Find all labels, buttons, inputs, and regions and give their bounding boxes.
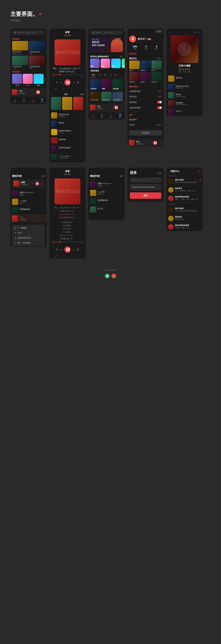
more-icon[interactable]: ⋮: [82, 114, 84, 116]
progress-dot[interactable]: [59, 74, 61, 75]
menu-item-phone[interactable]: 手机号 已绑定 ›: [127, 122, 164, 128]
notif-item-3[interactable]: 南瓜环球音乐首演 首曲一一首第一一首(一首曲一首): [167, 194, 203, 203]
menu-item-back[interactable]: 返回歌单歌曲: [127, 105, 164, 110]
progress-bar-container[interactable]: 1:08 4:46: [49, 73, 86, 78]
email-input[interactable]: [130, 178, 161, 183]
prev-button[interactable]: ‹: [31, 90, 34, 94]
share-icon-2[interactable]: ↑: [71, 255, 72, 258]
list-item[interactable]: 我喜欢的音乐 K歌选择《人物》: [12, 41, 28, 55]
repeat-button[interactable]: ↻: [56, 81, 58, 84]
list-item[interactable]: 简历残染赤花 ... ♡ ⋮: [88, 197, 125, 205]
nav-item-discover[interactable]: ♪ 发现: [13, 98, 16, 103]
nav-item-music[interactable]: ♩ 音乐: [32, 98, 34, 103]
list-item[interactable]: 西方 西方流行(新歌): [90, 92, 101, 101]
list-item[interactable]: Vlog的推荐歌曲 《默认》: [29, 41, 45, 55]
list-item[interactable]: 恋爱さ...: [129, 60, 140, 72]
toggle-back[interactable]: [157, 106, 162, 109]
heart-icon[interactable]: ♡: [119, 184, 120, 186]
list-item[interactable]: 独立合集精品: [112, 92, 123, 101]
notif-item-5[interactable]: 南瓜音乐 每周音乐首演: [167, 214, 203, 223]
heart-icon[interactable]: ♡: [40, 209, 42, 211]
wechat-icon[interactable]: 💬: [105, 274, 110, 278]
menu-item-password[interactable]: 修改密码 ›: [127, 117, 164, 122]
more-icon-a2[interactable]: ⋮: [199, 86, 201, 88]
more-icon[interactable]: ⋮: [82, 123, 84, 125]
list-item[interactable]: Vlog的推荐歌曲 《默认》: [29, 56, 45, 70]
list-item[interactable]: 如云歌久 ... ⋮: [167, 74, 203, 83]
weibo-icon[interactable]: 🐦: [111, 274, 116, 278]
back-icon[interactable]: ‹: [51, 93, 52, 96]
list-item[interactable]: しもの日 电冬のの ♡ ⋮: [10, 198, 47, 206]
scene-item[interactable]: [62, 97, 72, 110]
list-item[interactable]: 可し花 ... ♡ ⋮: [88, 205, 125, 214]
heart-icon[interactable]: ♡: [80, 114, 81, 116]
list-item[interactable]: 有我找...: [140, 72, 151, 83]
tab-korea[interactable]: 韩: [113, 73, 118, 78]
prev-btn-4[interactable]: ⟨: [61, 248, 62, 251]
list-item-active[interactable]: 春雷 朱柔瑾的 ♫: [10, 214, 47, 222]
tab-day[interactable]: 日: [109, 73, 113, 78]
play-btn-2[interactable]: ▐▐: [114, 106, 118, 110]
like-icon[interactable]: ♡: [63, 88, 65, 90]
menu-item-lockscreen[interactable]: 锁屏播放: [127, 100, 164, 105]
play-btn-3[interactable]: ▐▐: [153, 141, 157, 145]
profile-chevron[interactable]: ›: [161, 38, 162, 40]
heart-icon[interactable]: ♡: [119, 200, 120, 202]
heart-icon[interactable]: ♡: [40, 201, 42, 203]
more-icon-a4[interactable]: ⋮: [199, 103, 201, 104]
bookmark-icon[interactable]: ☆: [198, 31, 200, 34]
collapse-icon-2[interactable]: ⌄: [105, 169, 108, 172]
heart-icon[interactable]: ♡: [80, 156, 81, 158]
heart-icon[interactable]: ♡: [80, 148, 81, 150]
loop-icon-2[interactable]: ↺: [55, 255, 57, 258]
heart-icon[interactable]: ♡: [80, 131, 81, 133]
toggle-lockscreen[interactable]: [157, 101, 162, 104]
collapse-icon[interactable]: ⌄: [27, 169, 29, 172]
heart-icon[interactable]: ♡: [80, 140, 81, 142]
share-icon[interactable]: ↑: [71, 88, 72, 90]
list-item[interactable]: おはよう ... ⋮: [167, 108, 203, 116]
list-item[interactable]: 轻松: [12, 74, 22, 86]
tab-pop[interactable]: 流行: [103, 73, 109, 78]
tab-recommend[interactable]: 推荐: [90, 73, 96, 78]
like-icon-2[interactable]: ♡: [63, 255, 65, 258]
search-bar-2[interactable]: 搜索歌手、歌曲、音乐...: [90, 30, 123, 35]
edit-icon[interactable]: ✎: [195, 31, 197, 34]
nav-item-scene[interactable]: ◎ 场景: [22, 98, 25, 103]
next-btn-3[interactable]: ›: [159, 141, 162, 144]
nav-music-2[interactable]: ♩ 音乐: [110, 113, 112, 118]
list-item[interactable]: Vlog推荐合集: [101, 92, 112, 101]
more-icon-a5[interactable]: ⋮: [199, 111, 201, 113]
list-item[interactable]: 恋愛サーキュレー... 化物語 ♡ ⋮: [88, 180, 125, 189]
ctx-share[interactable]: ↗ 分享: [12, 230, 45, 236]
nav-discover-2[interactable]: ♪ 发现: [91, 113, 94, 118]
heart-icon[interactable]: ♡: [119, 192, 120, 194]
notif-item-1[interactable]: 南瓜小秘书 你的一首歌歌单里有(2016首曲): [167, 177, 203, 186]
tab-popular[interactable]: 人气: [96, 73, 103, 78]
more-icon[interactable]: ⋮: [82, 148, 84, 150]
heart-icon[interactable]: ♡: [80, 123, 81, 125]
scene-item[interactable]: [51, 97, 61, 110]
list-item[interactable]: Once for love 朱柔瑾的 ♡ ⋮: [49, 111, 86, 120]
big-cover-1[interactable]: 怀念时光: [90, 79, 101, 90]
next-btn-4[interactable]: ⟩: [73, 248, 74, 251]
big-cover-2[interactable]: 精選: [101, 79, 112, 90]
list-item[interactable]: Gooey Glass Animals ⋮: [167, 91, 203, 100]
more-icon[interactable]: ⋮: [121, 208, 123, 210]
more-icon[interactable]: ⋮: [121, 184, 123, 186]
banner-card[interactable]: 新EP发布 ZICO ANY SONG 全新单曲: [90, 37, 123, 52]
nav-scene-2[interactable]: ◎ 场景: [100, 113, 103, 118]
big-cover-3[interactable]: 独立合集: [112, 79, 123, 90]
profile-header[interactable]: 夏 夏日冰下 VIP ›: [127, 33, 164, 44]
next-button[interactable]: ⟩: [73, 81, 74, 84]
list-item[interactable]: 梦打盅 ... ♡ ⋮: [49, 120, 86, 128]
back-arrow[interactable]: ‹: [169, 31, 170, 34]
back-icon-notif[interactable]: ‹: [168, 170, 169, 173]
list-item[interactable]: STAED PROOU いろん ♡ ⋮: [49, 128, 86, 136]
next-btn-2[interactable]: ›: [119, 106, 123, 109]
list-item[interactable]: 恋愛サーキュレー... 化物語 ♡ ⋮: [10, 190, 47, 198]
more-icon-a1[interactable]: ⋮: [199, 78, 201, 80]
menu-item-cache[interactable]: 边听边存 标准 ›: [127, 94, 164, 100]
mini-play[interactable]: ▐▐: [35, 182, 39, 186]
next-button[interactable]: ›: [41, 90, 45, 94]
